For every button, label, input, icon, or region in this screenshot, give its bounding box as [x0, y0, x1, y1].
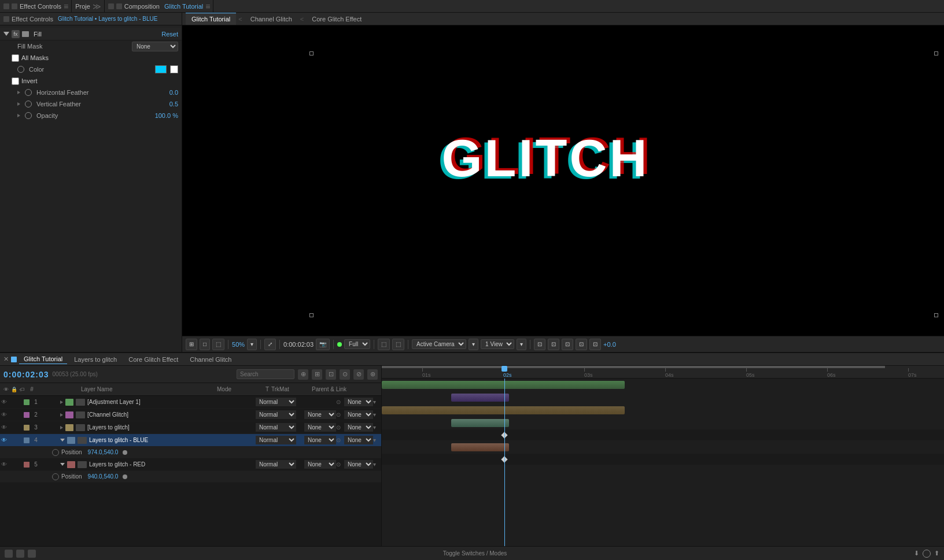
layer-3-trk[interactable]: None	[304, 423, 336, 432]
vfeather-expand[interactable]	[17, 102, 20, 106]
layer-5-trk[interactable]: None	[304, 460, 336, 469]
viewer-btn-monitor[interactable]: □	[200, 339, 210, 350]
tl-icon-btn6[interactable]: ⊛	[367, 369, 378, 380]
tl-time-display[interactable]: 0:00:02:03	[3, 370, 49, 379]
pos-circle-icon-4[interactable]	[52, 449, 59, 456]
all-masks-checkbox[interactable]	[12, 54, 19, 62]
invert-row: Invert	[0, 75, 182, 87]
track-row-2	[382, 391, 944, 404]
viewer-btn-e[interactable]: ⊡	[589, 339, 601, 350]
layer-5-expand[interactable]	[60, 463, 65, 466]
tl-icon-btn3[interactable]: ⊡	[326, 369, 336, 380]
proj-more[interactable]: ≫	[93, 2, 101, 11]
opacity-circle-icon[interactable]	[25, 112, 32, 119]
eye-icon-5[interactable]: 👁	[1, 461, 8, 468]
opacity-expand[interactable]	[17, 114, 20, 117]
invert-checkbox[interactable]	[12, 77, 19, 85]
fill-expand-icon[interactable]	[3, 32, 9, 36]
tl-tab-glitch[interactable]: Glitch Tutorial	[19, 354, 67, 364]
camera-snap-btn[interactable]: 📷	[316, 339, 330, 350]
tl-tab-core[interactable]: Core Glitch Effect	[124, 355, 183, 364]
view-mode-dropdown[interactable]: 1 View	[481, 339, 514, 349]
tl-icon-btn1[interactable]: ⊕	[298, 369, 308, 380]
vfeather-circle-icon[interactable]	[25, 101, 32, 107]
layer-3-mode[interactable]: Normal	[256, 423, 296, 432]
pos-keyframe-5[interactable]	[123, 474, 127, 479]
color-swatch-white[interactable]	[170, 65, 178, 73]
layer-5-parent[interactable]: None	[344, 460, 373, 469]
comp-tab-top[interactable]: Proje ≫	[72, 0, 105, 12]
comp-tab-channel[interactable]: Channel Glitch	[245, 13, 298, 25]
viewer-btn-b[interactable]: ⊡	[548, 339, 559, 350]
pos-circle-icon-5[interactable]	[52, 473, 59, 480]
viewer-btn-safe[interactable]: ⬚	[212, 339, 224, 350]
viewer-btn-3d[interactable]: ⬚	[392, 339, 404, 350]
camera-dropdown[interactable]: Active Camera	[412, 339, 466, 349]
fill-mask-dropdown[interactable]: None	[132, 42, 178, 51]
layer-row[interactable]: 👁 5 Layers to glitch - RED Normal None ⊙…	[0, 458, 381, 471]
layer-row[interactable]: 👁 2 [Channel Glitch] Normal None ⊙ None	[0, 409, 381, 421]
tl-icon-btn5[interactable]: ⊘	[353, 369, 364, 380]
eye-icon-1[interactable]: 👁	[1, 399, 8, 405]
layer-3-parent[interactable]: None	[344, 423, 373, 432]
layer-row[interactable]: 👁 1 [Adjustment Layer 1] Normal ⊙ None	[0, 396, 381, 409]
bottom-icon-3[interactable]	[28, 550, 36, 558]
eye-icon-4[interactable]: 👁	[1, 437, 8, 443]
layer-3-expand[interactable]	[60, 426, 63, 429]
layer-4-mode[interactable]: Normal	[256, 436, 296, 444]
tl-icon-btn2[interactable]: ⊞	[312, 369, 322, 380]
zoom-display[interactable]: 50%	[232, 341, 245, 348]
bottom-arrow-right[interactable]: ⬆	[934, 550, 939, 557]
viewer-btn-fit[interactable]: ⤢	[264, 339, 276, 350]
layer-2-parent[interactable]: None	[344, 410, 373, 419]
bottom-icon-2[interactable]	[16, 550, 24, 558]
viewer-btn-region[interactable]: ⬚	[378, 339, 390, 350]
layer-2-expand[interactable]	[60, 413, 63, 417]
viewport: GLITCH GLITCH GLITCH	[182, 25, 944, 336]
pos-keyframe-4[interactable]	[123, 450, 127, 455]
tl-tab-layers[interactable]: Layers to glitch	[69, 355, 121, 364]
eye-icon-2[interactable]: 👁	[1, 411, 8, 418]
comp-tab-glitch[interactable]: Glitch Tutorial	[186, 13, 236, 25]
viewer-btn-d[interactable]: ⊡	[576, 339, 587, 350]
color-circle-icon[interactable]	[17, 66, 24, 73]
tl-tab-channel[interactable]: Channel Glitch	[185, 355, 236, 364]
layer-row-selected[interactable]: 👁 4 Layers to glitch - BLUE Normal None …	[0, 434, 381, 447]
playhead[interactable]	[504, 379, 505, 546]
layer-2-trk[interactable]: None	[304, 410, 336, 419]
viewer-btn-grid[interactable]: ⊞	[186, 339, 197, 350]
view-mode-arrow[interactable]: ▾	[517, 339, 526, 350]
layer-2-mode[interactable]: Normal	[256, 410, 296, 419]
tl-search-input[interactable]	[237, 369, 294, 379]
layer-4-trk[interactable]: None	[304, 436, 336, 444]
layer-1-mode[interactable]: Normal	[256, 398, 296, 406]
color-swatch-cyan[interactable]	[155, 65, 167, 73]
viewer-btn-a[interactable]: ⊡	[534, 339, 545, 350]
hfeather-expand[interactable]	[17, 91, 20, 94]
viewer-btn-c[interactable]: ⊡	[562, 339, 573, 350]
tl-icon-btn4[interactable]: ⊙	[340, 369, 350, 380]
layer-5-mode[interactable]: Normal	[256, 460, 296, 469]
hfeather-circle-icon[interactable]	[25, 89, 32, 96]
comp-more[interactable]: ≡	[205, 2, 209, 11]
layer-4-expand[interactable]	[60, 439, 65, 442]
zoom-dropdown-btn[interactable]: ▾	[247, 339, 257, 350]
ec-more[interactable]: ≡	[64, 2, 68, 11]
time-display[interactable]: 0:00:02:03	[283, 341, 314, 348]
layer-4-parent[interactable]: None	[344, 436, 373, 444]
tl-tracks[interactable]	[382, 379, 944, 546]
toggle-switches-label[interactable]: Toggle Switches / Modes	[39, 550, 910, 557]
comp-view-tab[interactable]: Composition Glitch Tutorial ≡	[105, 0, 214, 12]
fill-reset-btn[interactable]: Reset	[161, 31, 178, 38]
bottom-arrow-left[interactable]: ⬇	[914, 550, 919, 557]
camera-dropdown-arrow[interactable]: ▾	[469, 339, 478, 350]
effect-controls-tab[interactable]: Effect Controls ≡	[0, 0, 72, 12]
tl-close-x[interactable]: ✕	[3, 355, 9, 363]
quality-dropdown[interactable]: Full	[344, 339, 370, 349]
comp-tab-core[interactable]: Core Glitch Effect	[306, 13, 367, 25]
layer-row[interactable]: 👁 3 [Layers to glitch] Normal None ⊙ Non…	[0, 421, 381, 434]
layer-1-parent[interactable]: None	[344, 398, 373, 406]
layer-1-expand[interactable]	[60, 400, 63, 404]
eye-icon-3[interactable]: 👁	[1, 424, 8, 431]
bottom-icon-1[interactable]	[5, 550, 13, 558]
